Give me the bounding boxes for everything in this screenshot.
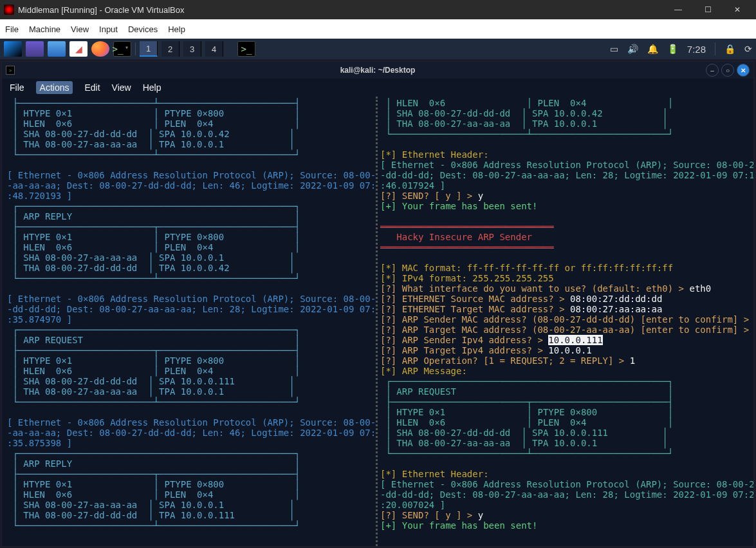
menu-machine[interactable]: Machine [29, 24, 60, 34]
menu-input[interactable]: Input [99, 24, 118, 34]
terminal-menubar: File Actions Edit View Help [2, 79, 753, 97]
workspace-3[interactable]: 3 [183, 41, 201, 57]
terminal-minimize-button[interactable]: – [706, 64, 719, 77]
ethernet-header-1: [ Ethernet - 0×806 Address Resolution Pr… [7, 170, 378, 201]
menu-file[interactable]: File [5, 24, 19, 34]
frame-sent-msg: [+] Your frame has been sent! [380, 201, 537, 211]
terminal-title-icon: > [6, 66, 15, 75]
show-desktop-icon[interactable] [26, 41, 44, 57]
terminal-menu-file[interactable]: File [10, 82, 24, 93]
ethernet-header-3: [ Ethernet - 0×806 Address Resolution Pr… [7, 417, 378, 448]
panel-clock[interactable]: 7:28 [687, 44, 706, 55]
kali-menu-icon[interactable] [4, 41, 22, 57]
terminal-pane-left[interactable]: ├─────────────────────────┴─────────────… [2, 97, 378, 546]
workspace-4[interactable]: 4 [205, 41, 223, 57]
virtualbox-titlebar: Middleman [Running] - Oracle VM VirtualB… [0, 0, 756, 19]
refresh-tray-icon[interactable]: ⟳ [744, 44, 752, 54]
terminal-menu-view[interactable]: View [112, 82, 131, 93]
frame-sent-msg-2: [+] Your frame has been sent! [380, 520, 537, 531]
display-tray-icon[interactable]: ▭ [610, 44, 618, 54]
notifications-tray-icon[interactable]: 🔔 [647, 44, 658, 54]
firefox-icon[interactable] [91, 41, 109, 57]
right-ethernet-1: [ Ethernet - 0×806 Address Resolution Pr… [380, 479, 753, 510]
menu-devices[interactable]: Devices [128, 24, 158, 34]
terminal-menu-edit[interactable]: Edit [84, 82, 100, 93]
battery-tray-icon[interactable]: 🔋 [667, 44, 678, 54]
lock-tray-icon[interactable]: 🔒 [724, 44, 735, 54]
arp-sender-ip-input: 10.0.0.111 [548, 335, 602, 345]
right-ethernet-0: [ Ethernet - 0×806 Address Resolution Pr… [380, 160, 753, 191]
terminal-close-button[interactable]: ✕ [737, 64, 750, 77]
volume-tray-icon[interactable]: 🔊 [627, 44, 638, 54]
virtualbox-title: Middleman [Running] - Oracle VM VirtualB… [18, 5, 663, 15]
virtualbox-logo-icon [4, 5, 14, 15]
terminal-launcher-dropdown[interactable]: >_ [113, 41, 131, 57]
terminal-maximize-button[interactable]: ○ [721, 64, 734, 77]
running-terminal-icon[interactable]: >_ [237, 41, 255, 57]
terminal-pane-right[interactable]: │ HLEN 0×6 │ PLEN 0×4 │ │ SHA 08-00-27-d… [378, 97, 753, 546]
menu-view[interactable]: View [71, 24, 89, 34]
workspace-2[interactable]: 2 [161, 41, 180, 57]
ethernet-header-2: [ Ethernet - 0×806 Address Resolution Pr… [7, 294, 378, 325]
terminal-window: > kali@kali: ~/Desktop – ○ ✕ File Action… [1, 61, 754, 547]
terminal-menu-help[interactable]: Help [143, 82, 161, 93]
window-maximize-button[interactable]: ☐ [693, 0, 723, 19]
virtualbox-menubar: File Machine View Input Devices Help [0, 19, 756, 39]
app-name-banner: Hacky Insecure ARP Sender [380, 232, 532, 242]
workspace-1[interactable]: 1 [140, 41, 158, 57]
text-editor-icon[interactable]: ◢ [69, 41, 88, 57]
xfce-panel: ◢ >_ 1 2 3 4 >_ ▭ 🔊 🔔 🔋 7:28 🔒 ⟳ [0, 39, 756, 59]
terminal-titlebar[interactable]: > kali@kali: ~/Desktop – ○ ✕ [2, 62, 753, 79]
window-close-button[interactable]: ✕ [723, 0, 752, 19]
window-minimize-button[interactable]: — [663, 0, 693, 19]
menu-help[interactable]: Help [168, 24, 185, 34]
terminal-menu-actions[interactable]: Actions [36, 81, 73, 94]
file-manager-icon[interactable] [48, 41, 66, 57]
terminal-title-text: kali@kali: ~/Desktop [340, 66, 416, 75]
